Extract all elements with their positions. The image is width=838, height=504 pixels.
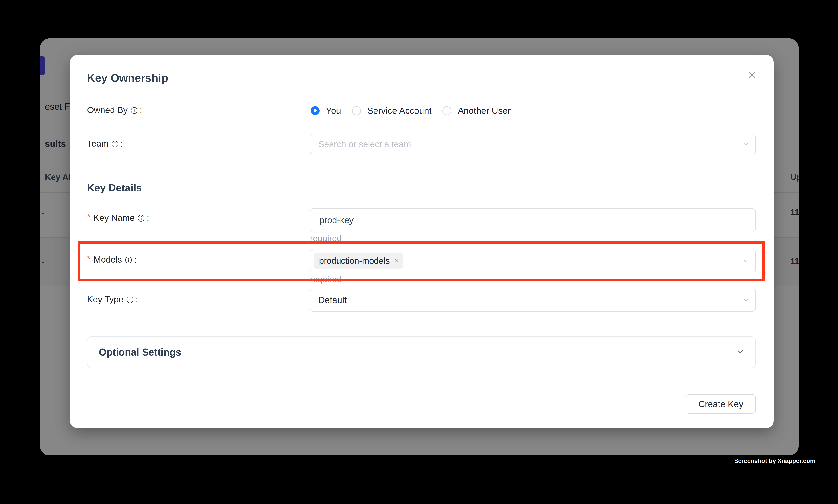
chevron-down-icon bbox=[736, 347, 745, 357]
radio-unselected-icon bbox=[442, 106, 451, 115]
key-type-label: Key Type : bbox=[87, 294, 138, 305]
key-name-label: * Key Name : bbox=[87, 213, 149, 223]
team-placeholder: Search or select a team bbox=[318, 139, 411, 149]
key-name-input[interactable] bbox=[310, 209, 756, 232]
key-name-label-text: Key Name bbox=[94, 213, 135, 223]
radio-label: You bbox=[326, 105, 341, 116]
radio-option-you[interactable]: You bbox=[310, 105, 341, 116]
owned-by-label-text: Owned By bbox=[87, 105, 128, 115]
radio-unselected-icon bbox=[352, 106, 361, 115]
watermark: Screenshot by Xnapper.com bbox=[734, 457, 816, 465]
label-colon: : bbox=[121, 139, 123, 149]
key-type-label-text: Key Type bbox=[87, 294, 124, 305]
info-icon[interactable] bbox=[126, 296, 134, 304]
modal-title: Key Ownership bbox=[87, 71, 168, 84]
radio-selected-icon bbox=[310, 106, 320, 115]
key-details-heading: Key Details bbox=[87, 182, 142, 194]
radio-option-another-user[interactable]: Another User bbox=[442, 105, 511, 116]
info-icon[interactable] bbox=[111, 140, 119, 148]
radio-label: Another User bbox=[458, 105, 511, 116]
radio-label: Service Account bbox=[367, 105, 432, 116]
info-icon[interactable] bbox=[130, 107, 138, 114]
chevron-down-icon bbox=[742, 141, 750, 148]
close-icon bbox=[747, 70, 757, 81]
close-button[interactable] bbox=[743, 66, 761, 84]
create-key-button[interactable]: Create Key bbox=[686, 394, 756, 414]
team-label-text: Team bbox=[87, 139, 109, 149]
owned-by-label: Owned By : bbox=[87, 105, 142, 115]
radio-option-service-account[interactable]: Service Account bbox=[352, 105, 432, 116]
key-type-select[interactable]: Default bbox=[310, 288, 756, 311]
info-icon[interactable] bbox=[138, 215, 145, 222]
label-colon: : bbox=[136, 294, 138, 305]
owned-by-radio-group: You Service Account Another User bbox=[310, 104, 511, 117]
key-type-value: Default bbox=[318, 295, 347, 305]
required-asterisk: * bbox=[87, 212, 91, 222]
optional-settings-label: Optional Settings bbox=[99, 346, 181, 358]
page: eset Filt sults Key Alia Up - 11/ - 11/ … bbox=[0, 0, 838, 504]
label-colon: : bbox=[147, 213, 149, 223]
chevron-down-icon bbox=[742, 296, 750, 304]
optional-settings-toggle[interactable]: Optional Settings bbox=[87, 336, 756, 368]
team-select[interactable]: Search or select a team bbox=[310, 134, 756, 155]
annotation-highlight-rectangle bbox=[78, 241, 765, 282]
label-colon: : bbox=[140, 105, 142, 115]
team-label: Team : bbox=[87, 139, 123, 149]
